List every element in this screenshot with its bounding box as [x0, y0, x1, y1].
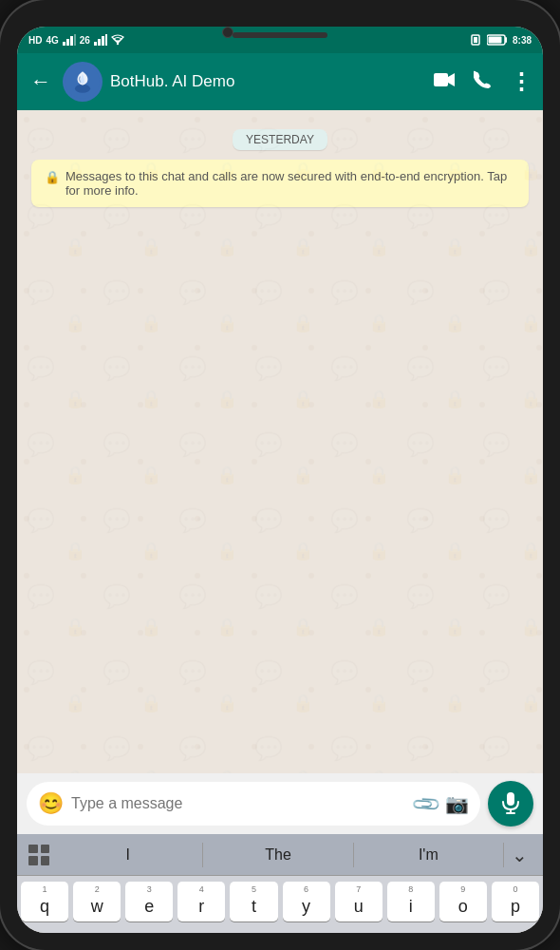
back-button[interactable]: ←: [27, 66, 55, 98]
input-area: 😊 📎 📷: [17, 773, 543, 834]
svg-rect-0: [63, 42, 65, 46]
date-badge: YESTERDAY: [233, 129, 327, 150]
mic-icon: [501, 792, 520, 815]
svg-rect-12: [488, 37, 501, 44]
svg-rect-15: [434, 73, 448, 86]
chat-area: YESTERDAY 🔒 Messages to this chat and ca…: [17, 110, 543, 773]
avatar[interactable]: [63, 62, 103, 102]
key-q[interactable]: 1 q: [21, 882, 68, 922]
chat-header: ← BotHub. AI Demo: [17, 53, 543, 110]
svg-point-8: [117, 43, 119, 45]
phone-camera: [222, 27, 233, 38]
signal-icon2: [94, 34, 107, 46]
wifi-icon: [111, 34, 124, 46]
key-w[interactable]: 2 w: [73, 882, 121, 922]
svg-rect-6: [102, 36, 104, 46]
battery-icon: [487, 34, 508, 46]
time-display: 8:38: [513, 35, 532, 46]
key-o[interactable]: 9 o: [439, 882, 487, 922]
grid-icon: [25, 841, 53, 869]
svg-rect-1: [66, 39, 69, 46]
key-e[interactable]: 3 e: [125, 882, 173, 922]
key-u[interactable]: 7 u: [335, 882, 383, 922]
phone-speaker: [233, 32, 327, 38]
date-label: YESTERDAY: [233, 129, 327, 150]
contact-name[interactable]: BotHub. AI Demo: [110, 72, 426, 91]
svg-rect-4: [94, 42, 97, 46]
key-p[interactable]: 0 p: [492, 882, 539, 922]
carrier-4g: 4G: [46, 35, 58, 46]
suggestion-Im[interactable]: I'm: [354, 843, 504, 867]
svg-rect-10: [474, 37, 477, 43]
key-i[interactable]: 8 i: [387, 882, 435, 922]
svg-rect-16: [507, 792, 514, 806]
camera-icon[interactable]: 📷: [445, 792, 469, 815]
status-bar: HD 4G 26: [17, 27, 543, 53]
key-t[interactable]: 5 t: [230, 882, 277, 922]
svg-rect-7: [105, 34, 107, 46]
key-y[interactable]: 6 y: [283, 882, 330, 922]
keyboard-dismiss[interactable]: ⌄: [504, 840, 535, 870]
encryption-notice[interactable]: 🔒 Messages to this chat and calls are no…: [31, 160, 529, 207]
emoji-button[interactable]: 😊: [38, 791, 64, 816]
encryption-text: Messages to this chat and calls are now …: [65, 169, 515, 198]
message-input[interactable]: [71, 795, 406, 812]
phone-screen: HD 4G 26: [17, 27, 543, 933]
signal-num: 26: [80, 35, 90, 46]
svg-rect-3: [74, 34, 76, 46]
svg-rect-5: [98, 39, 101, 46]
keyboard-toolbar: I The I'm ⌄: [17, 834, 543, 876]
voice-call-icon[interactable]: [474, 70, 493, 94]
attach-icon[interactable]: 📎: [409, 788, 442, 821]
phone-shell: HD 4G 26: [0, 0, 560, 950]
carrier-hd: HD: [28, 35, 42, 46]
video-call-icon[interactable]: [434, 71, 457, 93]
status-left: HD 4G 26: [28, 34, 124, 46]
svg-rect-2: [70, 36, 73, 46]
message-input-wrap: 😊 📎 📷: [27, 782, 480, 826]
vibrate-icon: [469, 33, 482, 47]
svg-point-14: [75, 85, 90, 93]
header-icons: ⋮: [434, 68, 533, 95]
lock-icon: 🔒: [45, 170, 60, 184]
mic-button[interactable]: [488, 781, 533, 826]
suggestion-The[interactable]: The: [203, 843, 353, 867]
signal-icon: [63, 34, 76, 46]
suggestion-I[interactable]: I: [53, 843, 203, 867]
keyboard-grid-button[interactable]: [25, 841, 53, 869]
keyboard: I The I'm ⌄ 1 q 2 w 3: [17, 834, 543, 933]
keyboard-rows: 1 q 2 w 3 e 4 r: [17, 876, 543, 933]
more-options-icon[interactable]: ⋮: [510, 68, 533, 95]
status-right: 8:38: [469, 33, 532, 47]
number-row: 1 q 2 w 3 e 4 r: [21, 882, 539, 922]
key-r[interactable]: 4 r: [177, 882, 225, 922]
